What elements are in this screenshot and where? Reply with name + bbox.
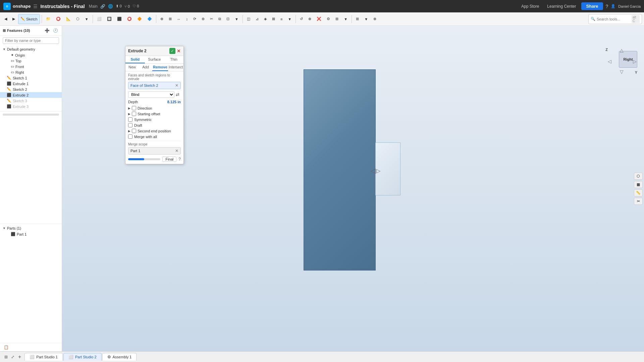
- part1-item[interactable]: ⬛ Part 1: [0, 231, 62, 237]
- toolbar-btn-16[interactable]: ⟳: [191, 14, 199, 24]
- panel-history-btn[interactable]: 🕐: [52, 28, 59, 33]
- bottom-tab-2[interactable]: ⬜ Part Studio 2: [63, 353, 102, 361]
- final-button[interactable]: Final: [162, 157, 176, 162]
- toolbar-btn-34[interactable]: ⊞: [354, 14, 361, 24]
- sketch2-item[interactable]: ✏️ Sketch 2: [0, 86, 62, 92]
- sketch-button[interactable]: ✏️ Sketch: [18, 14, 40, 24]
- toolbar-btn-24[interactable]: ◈: [262, 14, 269, 24]
- toolbar-btn-33[interactable]: ▼: [341, 14, 350, 24]
- merge-all-checkbox[interactable]: [128, 134, 132, 139]
- toolbar-btn-2[interactable]: ⭕: [54, 14, 63, 24]
- toolbar-btn-22[interactable]: ◫: [245, 14, 253, 24]
- viewport-measure-btn[interactable]: 📏: [634, 189, 643, 196]
- tab-remove[interactable]: Remove: [152, 64, 168, 71]
- panel-add-btn[interactable]: ➕: [44, 28, 51, 33]
- bottom-tool-1[interactable]: ⊞: [3, 355, 9, 359]
- user-avatar[interactable]: 👤: [611, 4, 615, 8]
- bottom-tab-3[interactable]: ⚙ Assembly 1: [102, 353, 137, 361]
- dialog-confirm-button[interactable]: ✓: [169, 48, 175, 54]
- parts-group[interactable]: ▼ Parts (1): [0, 225, 62, 231]
- draft-checkbox[interactable]: [128, 123, 132, 127]
- app-logo[interactable]: o onshape: [3, 3, 31, 10]
- toolbar-btn-9[interactable]: ⭕: [125, 14, 134, 24]
- toolbar-btn-5[interactable]: ▼: [83, 14, 91, 24]
- tab-surface[interactable]: Surface: [145, 56, 164, 63]
- globe-icon[interactable]: 🌐: [108, 4, 113, 9]
- notes-icon-btn[interactable]: 📋: [3, 345, 10, 350]
- right-item[interactable]: ▭ Right: [0, 69, 62, 75]
- toolbar-btn-17[interactable]: ⊛: [199, 14, 207, 24]
- face-selector[interactable]: Face of Sketch 2 ✕: [128, 82, 181, 89]
- viewport[interactable]: ◁ ▷ Z Right Y ◁ ▷ △ ▽ ⬡ ▦ 📏 ✂: [62, 26, 644, 351]
- sketch3-item[interactable]: ✏️ Sketch 3: [0, 98, 62, 104]
- toolbar-btn-10[interactable]: 🔶: [135, 14, 144, 24]
- toolbar-btn-19[interactable]: ⧉: [216, 14, 223, 24]
- toolbar-btn-6[interactable]: ⬜: [95, 14, 104, 24]
- toolbar-btn-31[interactable]: ⚙: [324, 14, 332, 24]
- origin-item[interactable]: ✦ Origin: [0, 52, 62, 58]
- merge-scope-clear-button[interactable]: ✕: [175, 148, 178, 153]
- extrude3-item[interactable]: ⬛ Extrude 3: [0, 104, 62, 109]
- depth-value[interactable]: 8.125 in: [167, 100, 181, 104]
- direction-checkbox[interactable]: [132, 106, 136, 110]
- viewcube-up-arrow[interactable]: △: [620, 48, 624, 53]
- toolbar-btn-4[interactable]: ⬡: [74, 14, 82, 24]
- toolbar-btn-11[interactable]: 🔷: [145, 14, 154, 24]
- viewcube-right-arrow[interactable]: ▷: [633, 59, 637, 64]
- toolbar-btn-36[interactable]: ⊕: [371, 14, 379, 24]
- extrude1-item[interactable]: ⬛ Extrude 1: [0, 81, 62, 86]
- toolbar-btn-1[interactable]: 📁: [44, 14, 53, 24]
- bottom-tool-2[interactable]: ⤢: [9, 355, 16, 359]
- viewcube-left-arrow[interactable]: ◁: [608, 59, 611, 64]
- extrude2-item[interactable]: ⬛ Extrude 2: [0, 92, 62, 98]
- learning-center-button[interactable]: Learning Center: [544, 3, 579, 10]
- tab-add[interactable]: Add: [139, 64, 152, 71]
- toolbar-btn-20[interactable]: ⊡: [224, 14, 232, 24]
- tab-intersect[interactable]: Intersect: [168, 64, 183, 71]
- help-icon[interactable]: ?: [606, 4, 608, 9]
- dialog-cancel-button[interactable]: ✕: [177, 48, 181, 54]
- viewport-render-btn[interactable]: ▦: [634, 181, 643, 188]
- toolbar-btn-7[interactable]: 🔲: [105, 14, 114, 24]
- toolbar-btn-27[interactable]: ▼: [285, 14, 294, 24]
- viewport-section-btn[interactable]: ✂: [634, 198, 643, 205]
- toolbar-btn-29[interactable]: ⊕: [306, 14, 314, 24]
- toolbar-btn-35[interactable]: ▼: [362, 14, 370, 24]
- merge-scope-field[interactable]: Part 1 ✕: [128, 147, 181, 155]
- menu-icon[interactable]: ☰: [33, 4, 38, 9]
- top-item[interactable]: ▭ Top: [0, 58, 62, 64]
- toolbar-btn-13[interactable]: ⊞: [166, 14, 174, 24]
- toolbar-btn-32[interactable]: ⊞: [333, 14, 341, 24]
- default-geometry-group[interactable]: ▼ Default geometry: [0, 46, 62, 52]
- toolbar-btn-26[interactable]: ≡: [278, 14, 285, 24]
- toolbar-btn-30[interactable]: ❌: [314, 14, 324, 24]
- starting-offset-row[interactable]: ▶ Starting offset: [128, 111, 181, 117]
- toolbar-btn-23[interactable]: ⊿: [253, 14, 261, 24]
- flip-direction-button[interactable]: ⇄: [174, 92, 181, 97]
- help-button[interactable]: ?: [178, 157, 181, 162]
- tab-thin[interactable]: Thin: [164, 56, 183, 63]
- search-input[interactable]: [597, 17, 630, 21]
- app-store-button[interactable]: App Store: [519, 3, 542, 10]
- toolbar-btn-28[interactable]: ↺: [298, 14, 305, 24]
- viewport-display-btn[interactable]: ⬡: [634, 173, 643, 180]
- toolbar-forward[interactable]: ▶: [10, 14, 17, 24]
- viewcube[interactable]: Z Right Y ◁ ▷ △ ▽: [607, 46, 637, 76]
- tab-solid[interactable]: Solid: [125, 56, 145, 63]
- second-end-checkbox[interactable]: [132, 129, 136, 133]
- link-icon[interactable]: 🔗: [100, 4, 105, 9]
- toolbar-btn-15[interactable]: ↕: [184, 14, 191, 24]
- add-tab-button[interactable]: +: [16, 354, 23, 360]
- face-clear-button[interactable]: ✕: [175, 83, 178, 88]
- direction-row[interactable]: ▶ Direction: [128, 105, 181, 111]
- toolbar-btn-14[interactable]: ↔: [175, 14, 183, 24]
- method-select[interactable]: Blind: [128, 91, 174, 98]
- toolbar-btn-12[interactable]: ⊕: [158, 14, 166, 24]
- tab-new[interactable]: New: [125, 64, 139, 71]
- front-item[interactable]: ▭ Front: [0, 64, 62, 69]
- toolbar-btn-18[interactable]: ✂: [208, 14, 215, 24]
- bottom-tab-1[interactable]: ⬜ Part Studio 1: [24, 353, 63, 361]
- share-button[interactable]: Share: [581, 2, 603, 10]
- symmetric-checkbox[interactable]: [128, 117, 132, 122]
- filter-input[interactable]: [3, 37, 59, 44]
